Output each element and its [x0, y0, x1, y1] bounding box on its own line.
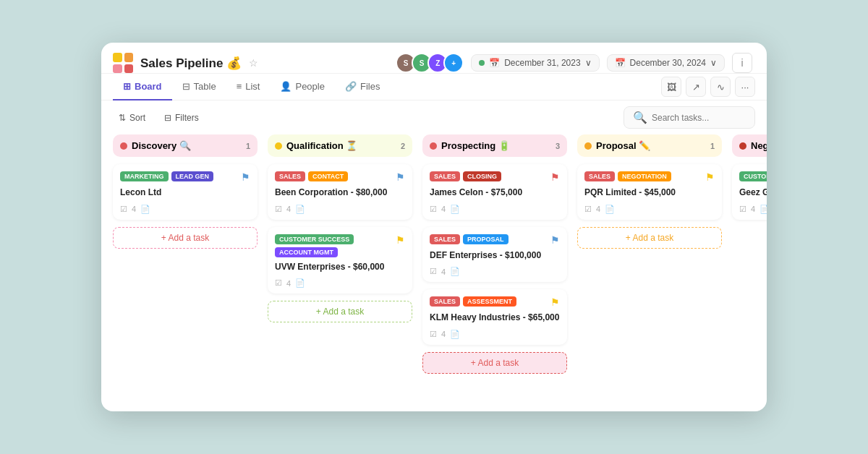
column-header-negotiation: Negot... — [732, 134, 767, 157]
checklist-count: 4 — [441, 205, 446, 213]
checklist-count: 4 — [286, 279, 291, 288]
card-top: SALES CONTACT ⚑ — [275, 171, 405, 183]
share-icon-btn[interactable]: ↗ — [686, 77, 706, 97]
col-count-qualification: 2 — [401, 142, 405, 150]
add-task-button-proposal[interactable]: + Add a task — [577, 227, 722, 249]
flag-icon: ⚑ — [396, 171, 405, 183]
image-icon-btn[interactable]: 🖼 — [661, 77, 681, 97]
list-icon: ≡ — [237, 81, 242, 92]
column-proposal: Proposal ✏️ 1 SALES NEGOTIATION ⚑ PQR Li… — [577, 134, 722, 400]
flag-icon: ⚑ — [550, 234, 560, 246]
card-top: SALES NEGOTIATION ⚑ — [584, 171, 715, 183]
sort-icon: ⇅ — [119, 113, 126, 123]
nav-tabs: ⊞ Board ⊟ Table ≡ List 👤 People 🔗 Files … — [101, 74, 767, 100]
flag-icon: ⚑ — [550, 171, 560, 183]
table-row[interactable]: marketing LEAD GEN ⚑ Lecon Ltd ☑ 4 📄 — [113, 164, 258, 220]
table-row[interactable]: SALES CONTACT ⚑ Been Corporation - $80,0… — [268, 164, 412, 220]
card-footer: ☑ 4 📄 — [584, 205, 715, 214]
col-dot-prospecting — [430, 142, 437, 150]
col-dot-qualification — [275, 142, 282, 150]
header-left: Sales Pipeline 💰 ☆ — [113, 53, 258, 73]
col-title-negotiation: Negot... — [751, 140, 767, 151]
tag-proposal: PROPOSAL — [463, 234, 509, 244]
checklist-icon: ☑ — [430, 267, 437, 276]
avatar-4: + — [443, 53, 464, 73]
more-icon-btn[interactable]: ··· — [735, 77, 755, 97]
col-title-prospecting: Prospecting 🔋 — [441, 140, 510, 151]
table-row[interactable]: SALES PROPOSAL ⚑ DEF Enterprises - $100,… — [422, 227, 567, 283]
app-title: Sales Pipeline 💰 — [140, 56, 242, 71]
tab-people[interactable]: 👤 People — [270, 74, 334, 100]
column-header-qualification: Qualification ⏳ 2 — [268, 134, 412, 157]
info-button[interactable]: i — [732, 53, 752, 73]
checklist-count: 4 — [751, 205, 755, 213]
app-logo — [113, 53, 133, 73]
doc-icon: 📄 — [450, 330, 460, 339]
star-icon[interactable]: ☆ — [249, 57, 258, 69]
table-row[interactable]: SALES CLOSING ⚑ James Celon - $75,000 ☑ … — [422, 164, 567, 220]
tag-negotiation: NEGOTIATION — [618, 171, 671, 181]
sort-button[interactable]: ⇅ Sort — [113, 110, 151, 126]
col-dot-proposal — [584, 142, 592, 150]
add-task-button-qualification[interactable]: + Add a task — [268, 301, 412, 322]
tag-row: CUSTOMER SUCCESS ACCOUNT MGMT — [275, 234, 396, 257]
table-row[interactable]: CUSTOMER SU... ⚑ Geez Grou... ☑ 4 📄 — [732, 164, 767, 220]
card-footer: ☑ 4 📄 — [275, 278, 405, 288]
tab-files[interactable]: 🔗 Files — [335, 74, 390, 100]
card-top: CUSTOMER SU... ⚑ — [739, 171, 767, 183]
table-row[interactable]: CUSTOMER SUCCESS ACCOUNT MGMT ⚑ UVW Ente… — [268, 227, 412, 294]
checklist-icon: ☑ — [584, 205, 592, 214]
board-area: Discovery 🔍 1 marketing LEAD GEN ⚑ Lecon… — [101, 134, 767, 411]
add-task-button-discovery[interactable]: + Add a task — [113, 227, 258, 249]
date-start-pill[interactable]: 📅 December 31, 2023 ∨ — [471, 54, 599, 72]
col-dot-discovery — [120, 142, 127, 150]
search-icon: 🔍 — [633, 111, 647, 124]
card-top: SALES CLOSING ⚑ — [430, 171, 560, 183]
task-title: Lecon Ltd — [120, 187, 250, 199]
date-dot — [479, 60, 485, 66]
task-title: James Celon - $75,000 — [430, 187, 560, 199]
tag-closing: CLOSING — [463, 171, 501, 181]
doc-icon: 📄 — [605, 205, 615, 214]
checklist-icon: ☑ — [275, 278, 282, 288]
tag-row: marketing LEAD GEN — [120, 171, 213, 181]
col-dot-negotiation — [739, 142, 746, 150]
toolbar-left: ⇅ Sort ⊟ Filters — [113, 110, 205, 126]
logo-sq-1 — [113, 53, 122, 62]
column-header-proposal: Proposal ✏️ 1 — [577, 134, 722, 157]
chart-icon-btn[interactable]: ∿ — [710, 77, 731, 97]
checklist-count: 4 — [286, 205, 291, 213]
flag-icon: ⚑ — [705, 171, 715, 183]
checklist-icon: ☑ — [120, 205, 127, 214]
tag-customer-su: CUSTOMER SU... — [739, 171, 767, 181]
task-title: Been Corporation - $80,000 — [275, 187, 405, 199]
tag-row: SALES NEGOTIATION — [584, 171, 671, 181]
tag-row: SALES PROPOSAL — [430, 234, 509, 244]
filter-button[interactable]: ⊟ Filters — [158, 110, 205, 126]
add-task-button-prospecting[interactable]: + Add a task — [422, 352, 567, 374]
logo-sq-4 — [124, 64, 134, 74]
tag-sales: SALES — [584, 171, 615, 181]
flag-icon: ⚑ — [241, 171, 250, 183]
tag-sales: SALES — [275, 171, 305, 181]
column-discovery: Discovery 🔍 1 marketing LEAD GEN ⚑ Lecon… — [113, 134, 258, 400]
card-footer: ☑ 4 📄 — [275, 205, 405, 214]
tab-board[interactable]: ⊞ Board — [113, 74, 172, 100]
table-row[interactable]: SALES ASSESSMENT ⚑ KLM Heavy Industries … — [422, 289, 567, 345]
search-box[interactable]: 🔍 — [624, 106, 755, 129]
task-title: Geez Grou... — [739, 187, 767, 199]
card-top: CUSTOMER SUCCESS ACCOUNT MGMT ⚑ — [275, 234, 405, 257]
tab-list[interactable]: ≡ List — [226, 74, 271, 100]
tab-table[interactable]: ⊟ Table — [172, 74, 226, 100]
search-input[interactable] — [652, 113, 746, 123]
date-end-pill[interactable]: 📅 December 30, 2024 ∨ — [607, 54, 725, 72]
logo-sq-2 — [124, 53, 134, 62]
card-footer: ☑ 4 📄 — [120, 205, 250, 214]
header-icons: 🖼 ↗ ∿ ··· — [661, 77, 755, 97]
checklist-count: 4 — [441, 267, 446, 276]
table-row[interactable]: SALES NEGOTIATION ⚑ PQR Limited - $45,00… — [577, 164, 722, 220]
tag-row: CUSTOMER SU... — [739, 171, 767, 181]
card-footer: ☑ 4 📄 — [430, 330, 560, 339]
col-count-proposal: 1 — [710, 142, 715, 150]
files-icon: 🔗 — [345, 81, 357, 92]
